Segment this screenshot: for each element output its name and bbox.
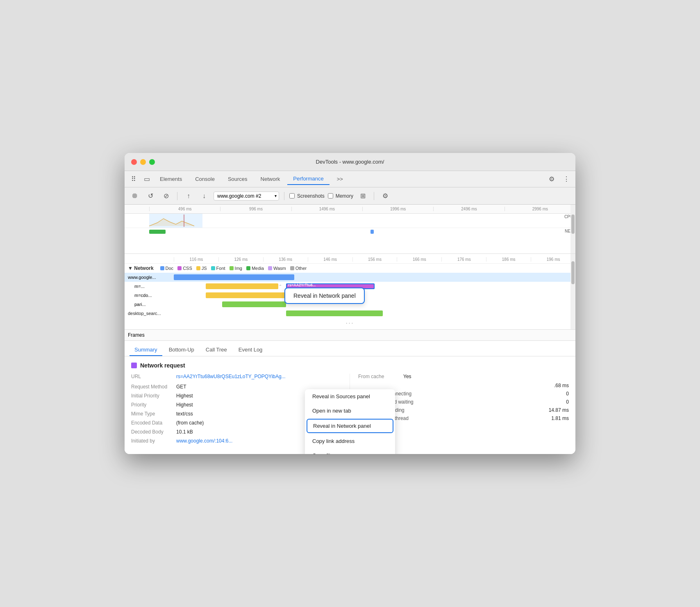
ctx-open-new-tab[interactable]: Open in new tab bbox=[305, 404, 395, 418]
reload-button[interactable]: ↺ bbox=[144, 190, 157, 202]
url-row: URL rs=AA2YrTtu68wU8rQSEu1zLoTY_POPQYibA… bbox=[131, 374, 341, 381]
ruler-mark-4: 2496 ms bbox=[433, 207, 504, 211]
legend-doc-dot bbox=[160, 266, 164, 270]
mime-value: text/css bbox=[176, 411, 193, 417]
window-title: DevTools - www.google.com/ bbox=[316, 159, 384, 165]
clear-button[interactable]: ⊘ bbox=[160, 190, 172, 202]
settings-icon[interactable]: ⚙ bbox=[546, 173, 557, 185]
close-button[interactable] bbox=[131, 159, 137, 165]
nt-scrollbar-thumb[interactable] bbox=[571, 261, 575, 284]
divider-1 bbox=[177, 192, 177, 200]
url-link[interactable]: rs=AA2YrTtu68wU8rQSEu1zLoTY_POPQYibAg... bbox=[176, 374, 286, 379]
frames-label: Frames bbox=[128, 332, 145, 338]
network-timeline: 116 ms 126 ms 136 ms 146 ms 156 ms 166 m… bbox=[125, 254, 575, 330]
from-cache-label: From cache bbox=[358, 374, 403, 379]
cpu-chart bbox=[149, 215, 567, 227]
ruler-mark-3: 1996 ms bbox=[362, 207, 433, 211]
minimize-button[interactable] bbox=[140, 159, 146, 165]
screenshots-checkbox[interactable] bbox=[289, 193, 295, 199]
legend-font-label: Font bbox=[216, 266, 225, 271]
memory-checkbox[interactable] bbox=[328, 193, 333, 199]
mime-label: Mime Type bbox=[131, 411, 176, 417]
ctx-reveal-sources[interactable]: Reveal in Sources panel bbox=[305, 389, 395, 404]
memory-label: Memory bbox=[336, 193, 353, 199]
timing-2-value: 14.87 ms bbox=[549, 407, 569, 413]
nt-bar-2 bbox=[206, 292, 286, 298]
initiated-link[interactable]: www.google.com/:104:6... bbox=[176, 438, 232, 444]
tab-sources[interactable]: Sources bbox=[222, 173, 253, 185]
frames-row: Frames bbox=[125, 330, 575, 341]
upload-button[interactable]: ↑ bbox=[182, 190, 195, 202]
tab-event-log[interactable]: Event Log bbox=[234, 344, 268, 356]
timeline-net: NET bbox=[125, 228, 575, 235]
nt-bar-1 bbox=[206, 283, 278, 289]
nt-row-4[interactable]: desktop_searc... bbox=[125, 309, 575, 318]
inspector-icon[interactable]: ⠿ bbox=[128, 173, 139, 185]
perf-settings-button[interactable]: ⚙ bbox=[379, 190, 391, 202]
timeline-cpu: CPU bbox=[125, 214, 575, 228]
nt-row-bar-area-3 bbox=[174, 300, 575, 309]
context-menu: Reveal in Sources panel Open in new tab … bbox=[305, 389, 395, 454]
section-title: Network request bbox=[131, 362, 569, 369]
tab-elements[interactable]: Elements bbox=[154, 173, 188, 185]
devtools-window: DevTools - www.google.com/ ⠿ ▭ Elements … bbox=[125, 153, 575, 454]
tab-bottom-up[interactable]: Bottom-Up bbox=[164, 344, 199, 356]
legend-img: Img bbox=[230, 266, 242, 271]
initial-priority-label: Initial Priority bbox=[131, 393, 176, 399]
tab-more[interactable]: >> bbox=[331, 173, 349, 185]
method-label: Request Method bbox=[131, 384, 176, 390]
nt-mark-3: 146 ms bbox=[308, 257, 352, 262]
download-button[interactable]: ↓ bbox=[198, 190, 210, 202]
divider-3 bbox=[374, 192, 374, 200]
nt-row-0[interactable]: www.google... bbox=[125, 273, 575, 282]
legend-wasm: Wasm bbox=[268, 266, 286, 271]
decoded-label: Decoded Body bbox=[131, 429, 176, 435]
priority-value: Highest bbox=[176, 402, 193, 408]
from-cache-row: From cache Yes bbox=[358, 374, 569, 379]
network-request-title: Network request bbox=[140, 362, 185, 369]
legend-row: ▼ Network Doc CSS JS Font bbox=[125, 264, 575, 273]
legend-other-label: Other bbox=[295, 266, 307, 271]
timing-0-value: 0 bbox=[566, 391, 569, 397]
ctx-copy-link[interactable]: Copy link address bbox=[305, 434, 395, 448]
encoded-label: Encoded Data bbox=[131, 420, 176, 426]
net-bar-1 bbox=[149, 230, 166, 234]
nt-mark-1: 126 ms bbox=[218, 257, 263, 262]
tab-network[interactable]: Network bbox=[255, 173, 286, 185]
tab-summary[interactable]: Summary bbox=[130, 344, 162, 356]
nt-row-label-0: www.google... bbox=[125, 275, 174, 280]
scrollbar-thumb[interactable] bbox=[571, 215, 575, 234]
device-icon[interactable]: ▭ bbox=[141, 173, 152, 185]
ruler-mark-1: 996 ms bbox=[220, 207, 291, 211]
maximize-button[interactable] bbox=[149, 159, 155, 165]
legend-media-dot bbox=[246, 266, 250, 270]
legend-media-label: Media bbox=[252, 266, 264, 271]
ctx-reveal-network[interactable]: Reveal in Network panel bbox=[307, 419, 393, 433]
url-selector[interactable]: www.google.com #2 bbox=[214, 192, 279, 201]
decoded-value: 10.1 kB bbox=[176, 429, 193, 435]
nt-bar-3 bbox=[222, 301, 286, 307]
tooltip-text: Reveal in Network panel bbox=[293, 292, 356, 299]
tab-console[interactable]: Console bbox=[189, 173, 220, 185]
net-bar-2 bbox=[370, 230, 374, 234]
timeline-ruler: ⏸ ⏸ 496 ms 996 ms 1496 ms 1996 ms 2496 m… bbox=[125, 205, 575, 214]
initiated-label: Initiated by bbox=[131, 438, 176, 444]
nt-mark-4: 156 ms bbox=[352, 257, 397, 262]
more-icon[interactable]: ⋮ bbox=[561, 173, 572, 185]
cpu-icon[interactable]: ⊞ bbox=[357, 190, 369, 202]
tab-performance[interactable]: Performance bbox=[287, 173, 329, 185]
record-button[interactable]: ⏺ bbox=[129, 190, 141, 202]
nt-ruler: 116 ms 126 ms 136 ms 146 ms 156 ms 166 m… bbox=[125, 256, 575, 264]
nt-arrow-1: → bbox=[278, 283, 282, 287]
tab-call-tree[interactable]: Call Tree bbox=[201, 344, 232, 356]
url-label: URL bbox=[131, 374, 176, 379]
method-value: GET bbox=[176, 384, 186, 390]
nt-bar-0 bbox=[174, 274, 294, 280]
nt-scrollbar[interactable] bbox=[570, 254, 575, 329]
nt-mark-5: 166 ms bbox=[397, 257, 441, 262]
ruler-mark-0: 496 ms bbox=[149, 207, 220, 211]
ctx-copy-file[interactable]: Copy file name bbox=[305, 448, 395, 454]
timeline-scrollbar[interactable] bbox=[570, 205, 575, 253]
summary-section: Network request URL rs=AA2YrTtu68wU8rQSE… bbox=[125, 356, 575, 454]
legend-img-label: Img bbox=[235, 266, 242, 271]
